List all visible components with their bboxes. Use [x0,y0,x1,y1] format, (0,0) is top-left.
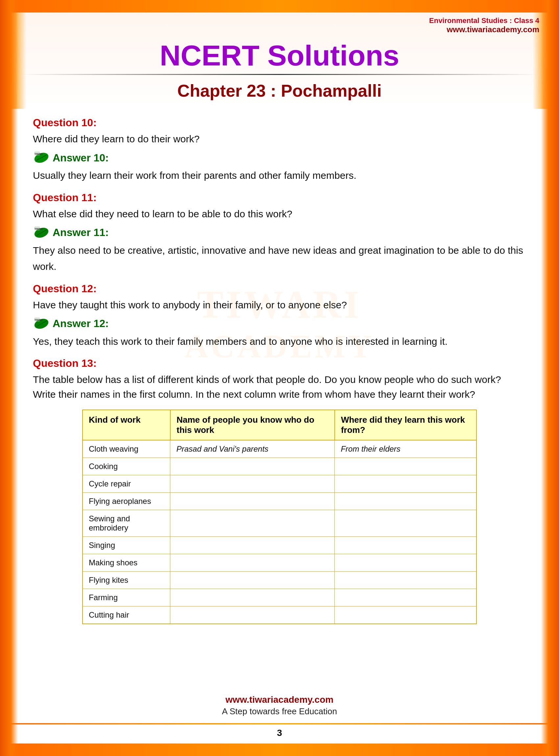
answer-12-text: Yes, they teach this work to their famil… [33,333,526,350]
table-row: Cloth weavingPrasad and Vani's parentsFr… [83,440,476,458]
table-cell-kind: Sewing and embroidery [83,510,170,537]
table-cell-source [335,554,476,572]
table-cell-source [335,475,476,493]
table-cell-names [170,458,335,475]
question-11-text: What else did they need to learn to be a… [33,206,526,221]
footer-url: www.tiwariacademy.com [0,694,559,705]
question-11-label: Question 11: [33,192,526,204]
leaf-icon-12: TIWARI [33,317,50,331]
main-title: NCERT Solutions [0,36,559,74]
table-cell-kind: Singing [83,537,170,554]
table-cell-names [170,572,335,589]
table-row: Sewing and embroidery [83,510,476,537]
page-number: 3 [0,728,559,743]
footer: www.tiwariacademy.com A Step towards fre… [0,688,559,720]
footer-tagline: A Step towards free Education [0,706,559,716]
question-13-label: Question 13: [33,357,526,369]
table-cell-names [170,606,335,624]
table-row: Cooking [83,458,476,475]
subject-label: Environmental Studies : Class 4 [20,17,539,25]
answer-11-header: TIWARI Answer 11: [33,226,526,239]
table-cell-names [170,475,335,493]
table-cell-names [170,493,335,510]
chapter-title: Chapter 23 : Pochampalli [0,75,559,109]
table-cell-names [170,537,335,554]
table-row: Cycle repair [83,475,476,493]
content-area: TIWARI ACADEMY Question 10: Where did th… [0,109,559,645]
table-cell-kind: Cycle repair [83,475,170,493]
table-row: Flying aeroplanes [83,493,476,510]
table-cell-source [335,458,476,475]
table-cell-kind: Flying aeroplanes [83,493,170,510]
site-url-header: www.tiwariacademy.com [20,25,539,34]
table-row: Making shoes [83,554,476,572]
table-row: Flying kites [83,572,476,589]
svg-text:TIWARI: TIWARI [35,228,43,230]
table-cell-source: From their elders [335,440,476,458]
question-13-text: The table below has a list of different … [33,372,526,402]
col-header-names: Name of people you know who do this work [170,410,335,440]
svg-text:TIWARI: TIWARI [35,153,43,155]
answer-10-text: Usually they learn their work from their… [33,167,526,184]
table-cell-source [335,572,476,589]
leaf-icon-11: TIWARI [33,226,50,239]
col-header-kind: Kind of work [83,410,170,440]
question-10-text: Where did they learn to do their work? [33,132,526,146]
table-cell-source [335,589,476,606]
question-12-text: Have they taught this work to anybody in… [33,297,526,312]
table-cell-source [335,493,476,510]
answer-11-text: They also need to be creative, artistic,… [33,242,526,275]
table-cell-kind: Flying kites [83,572,170,589]
table-cell-names: Prasad and Vani's parents [170,440,335,458]
question-12-label: Question 12: [33,283,526,295]
bottom-orange-bar [0,743,559,756]
table-cell-kind: Cloth weaving [83,440,170,458]
table-row: Cutting hair [83,606,476,624]
table-cell-source [335,510,476,537]
top-orange-bar [0,0,559,13]
answer-12-label: Answer 12: [52,318,109,330]
table-row: Farming [83,589,476,606]
answer-11-label: Answer 11: [52,227,109,238]
table-cell-kind: Cutting hair [83,606,170,624]
table-cell-source [335,537,476,554]
footer-line [0,723,559,725]
table-cell-names [170,510,335,537]
table-cell-names [170,554,335,572]
table-cell-kind: Making shoes [83,554,170,572]
site-info: Environmental Studies : Class 4 www.tiwa… [0,13,559,36]
answer-10-label: Answer 10: [52,152,109,164]
work-table: Kind of work Name of people you know who… [82,410,477,624]
col-header-source: Where did they learn this work from? [335,410,476,440]
table-cell-names [170,589,335,606]
table-cell-kind: Cooking [83,458,170,475]
answer-12-header: TIWARI Answer 12: [33,317,526,331]
leaf-icon-10: TIWARI [33,151,50,165]
answer-10-header: TIWARI Answer 10: [33,151,526,165]
question-10-label: Question 10: [33,117,526,129]
work-table-container: Kind of work Name of people you know who… [82,410,477,624]
table-header-row: Kind of work Name of people you know who… [83,410,476,440]
table-cell-kind: Farming [83,589,170,606]
svg-text:TIWARI: TIWARI [35,319,43,321]
table-cell-source [335,606,476,624]
table-row: Singing [83,537,476,554]
